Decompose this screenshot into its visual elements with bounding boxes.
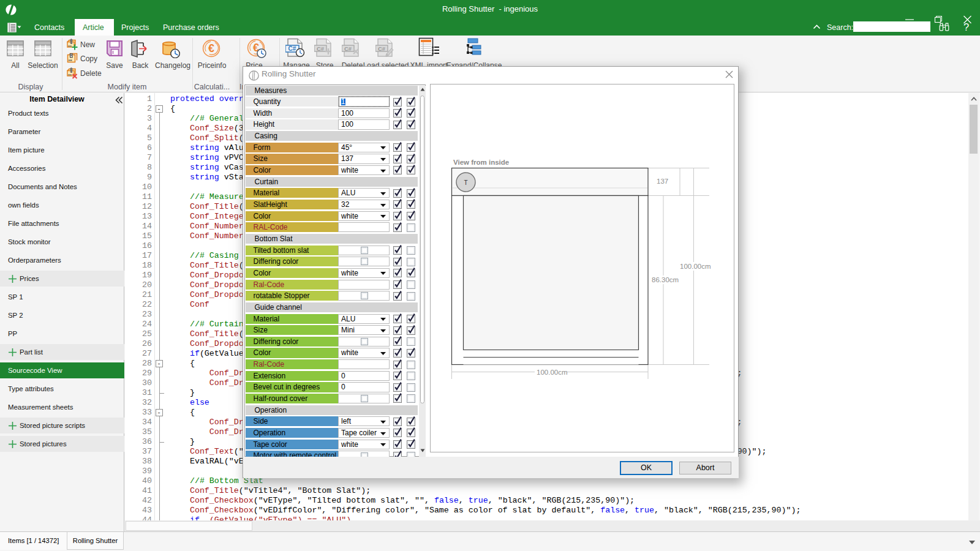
svg-text:C#: C#	[288, 45, 296, 52]
svg-text:86.30cm: 86.30cm	[652, 276, 679, 283]
svg-text:T: T	[464, 179, 467, 186]
svg-text:100.00cm: 100.00cm	[537, 369, 568, 376]
svg-text:137: 137	[657, 178, 668, 185]
svg-text:€: €	[208, 42, 214, 54]
svg-text:C#: C#	[344, 45, 352, 52]
svg-text:C#: C#	[317, 45, 325, 52]
svg-text:100.00cm: 100.00cm	[680, 263, 711, 270]
svg-text:C#: C#	[378, 45, 386, 52]
